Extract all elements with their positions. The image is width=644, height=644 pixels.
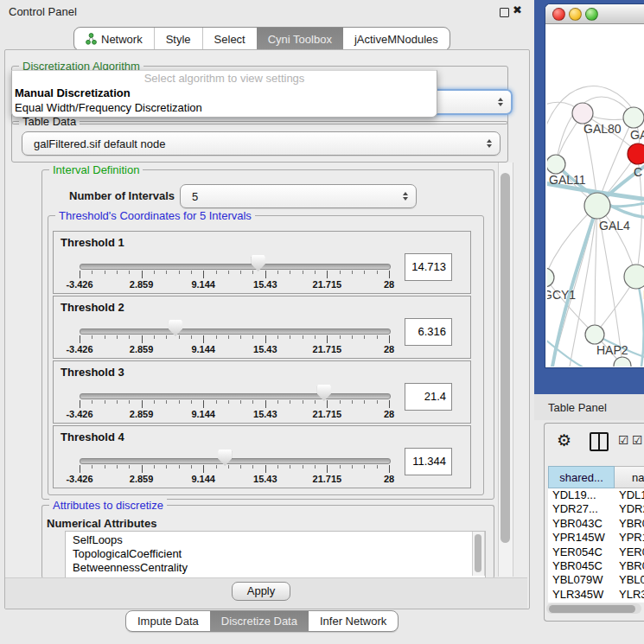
- tab-impute-data[interactable]: Impute Data: [126, 611, 210, 631]
- threshold-2-slider[interactable]: [80, 328, 391, 335]
- node-label: C: [634, 165, 642, 179]
- mac-minimize-button[interactable]: [569, 8, 582, 21]
- algorithm-dropdown-popup: Select algorithm to view settings Manual…: [11, 70, 437, 118]
- table-body: YDL19...YDL1YDR27...YDR2YBR043CYBR0YPR14…: [548, 488, 644, 603]
- list-item[interactable]: TopologicalCoefficient: [66, 547, 485, 561]
- table-row[interactable]: YDL19...YDL1: [548, 488, 644, 502]
- network-node[interactable]: [628, 143, 644, 164]
- table-scrollbar-thumb[interactable]: [549, 605, 635, 613]
- list-item[interactable]: BetweennessCentrality: [66, 561, 485, 575]
- tab-infer-network[interactable]: Infer Network: [309, 611, 398, 631]
- tab-network-label: Network: [101, 33, 143, 46]
- table-data-combobox[interactable]: galFiltered.sif default node: [22, 131, 501, 156]
- apply-button[interactable]: Apply: [232, 582, 290, 601]
- mac-zoom-button[interactable]: [585, 8, 598, 21]
- tab-select[interactable]: Select: [202, 28, 257, 50]
- panel-scrollbar-thumb[interactable]: [501, 173, 510, 543]
- number-of-intervals-label: Number of Intervals: [69, 189, 175, 202]
- number-of-intervals-combobox[interactable]: 5: [180, 184, 417, 208]
- threshold-4-slider[interactable]: [80, 458, 391, 464]
- threshold-1-panel: Threshold 1 -3.4262.8599.14415.4321.7152…: [53, 231, 471, 294]
- node-label: GCY1: [547, 288, 576, 302]
- network-icon: [86, 33, 97, 45]
- tab-cyni-toolbox[interactable]: Cyni Toolbox: [257, 28, 343, 50]
- table-row[interactable]: YDR27...YDR2: [548, 502, 644, 516]
- attributes-group-title: Attributes to discretize: [49, 499, 167, 512]
- numerical-attributes-list: SelfLoops TopologicalCoefficient Between…: [65, 531, 486, 578]
- network-window-titlebar[interactable]: [545, 4, 644, 24]
- algorithm-option-manual[interactable]: Manual Discretization: [12, 86, 437, 100]
- tab-discretize-data[interactable]: Discretize Data: [210, 611, 309, 631]
- network-node[interactable]: [585, 325, 604, 344]
- threshold-2-label: Threshold 2: [61, 301, 124, 314]
- column-header-name[interactable]: na: [615, 466, 644, 488]
- node-label: GAL4: [599, 219, 630, 233]
- combo-arrows-icon: [498, 98, 503, 106]
- close-icon[interactable]: ✖: [513, 3, 522, 16]
- network-view-window: GAL80GACGAL11GAL4GCY1HHAP2: [545, 3, 644, 368]
- threshold-3-panel: Threshold 3 -3.4262.8599.14415.4321.7152…: [53, 360, 471, 424]
- number-of-intervals-value: 5: [181, 190, 403, 203]
- table-row[interactable]: YBR043CYBR0: [548, 517, 644, 531]
- checkbox-icon[interactable]: ☑: [632, 433, 643, 447]
- panel-scrollbar[interactable]: [498, 163, 513, 577]
- mac-close-button[interactable]: [552, 8, 565, 21]
- float-window-icon[interactable]: [500, 8, 509, 17]
- node-label: GAL11: [549, 173, 586, 187]
- network-canvas[interactable]: GAL80GACGAL11GAL4GCY1HHAP2: [547, 24, 644, 367]
- network-node[interactable]: [584, 193, 610, 219]
- table-row[interactable]: YPR145WYPR1: [548, 531, 644, 545]
- attributes-scrollbar-thumb[interactable]: [475, 534, 481, 572]
- tab-jactivemnodules[interactable]: jActiveMNodules: [343, 28, 450, 50]
- combo-arrows-icon: [487, 139, 492, 148]
- table-row[interactable]: YBL079WYBL0: [548, 573, 644, 587]
- threshold-1-label: Threshold 1: [61, 236, 124, 249]
- table-data-value: galFiltered.sif default node: [22, 137, 487, 150]
- column-header-shared-name[interactable]: shared...: [548, 466, 615, 488]
- network-graph: GAL80GACGAL11GAL4GCY1HHAP2: [547, 24, 644, 367]
- network-node[interactable]: [547, 155, 565, 174]
- threshold-3-value-field[interactable]: 21.4: [405, 383, 452, 411]
- threshold-1-slider[interactable]: [80, 264, 391, 270]
- checkbox-icon[interactable]: ☑: [618, 433, 629, 447]
- threshold-3-slider[interactable]: [80, 393, 391, 399]
- node-label: GAL80: [583, 122, 622, 136]
- thresholds-group-title: Threshold's Coordinates for 5 Intervals: [55, 209, 255, 222]
- threshold-4-label: Threshold 4: [61, 430, 124, 443]
- tab-network[interactable]: Network: [74, 28, 154, 50]
- table-row[interactable]: YBR045CYBR0: [548, 559, 644, 573]
- table-panel-titlebar[interactable]: Table Panel: [534, 394, 644, 420]
- attributes-list-scrollbar[interactable]: [472, 532, 485, 576]
- algorithm-placeholder-option[interactable]: Select algorithm to view settings: [12, 71, 437, 86]
- list-item[interactable]: SelfLoops: [66, 532, 485, 547]
- threshold-3-label: Threshold 3: [61, 366, 124, 379]
- threshold-4-panel: Threshold 4 -3.4262.8599.14415.4321.7152…: [53, 425, 471, 488]
- network-node[interactable]: [572, 103, 593, 124]
- table-row[interactable]: YIL052CYIL0: [548, 602, 644, 603]
- table-row[interactable]: YER054CYER0: [548, 545, 644, 559]
- table-panel: ⚙ ☑ ☑ shared... na YDL19...YDL1YDR27...Y…: [544, 423, 644, 622]
- split-table-icon[interactable]: [590, 432, 609, 451]
- control-panel-tabs: Network Style Select Cyni Toolbox jActiv…: [73, 27, 450, 51]
- cyni-bottom-tabs: Impute Data Discretize Data Infer Networ…: [125, 610, 399, 632]
- window-title: Control Panel: [9, 5, 77, 18]
- network-node[interactable]: [623, 107, 644, 128]
- table-panel-title: Table Panel: [548, 401, 607, 414]
- network-node[interactable]: [547, 268, 554, 287]
- threshold-4-value-field[interactable]: 11.344: [405, 448, 452, 475]
- threshold-2-panel: Threshold 2 -3.4262.8599.14415.4321.7152…: [53, 296, 471, 359]
- network-node[interactable]: [624, 265, 644, 289]
- table-row[interactable]: YLR345WYLR3: [548, 588, 644, 602]
- algorithm-option-equal-width[interactable]: Equal Width/Frequency Discretization: [12, 100, 437, 115]
- threshold-2-value-field[interactable]: 6.316: [405, 318, 452, 346]
- node-label: GA: [630, 128, 644, 142]
- gear-icon[interactable]: ⚙: [557, 430, 571, 450]
- combo-arrows-icon: [403, 192, 408, 201]
- interval-definition-title: Interval Definition: [49, 163, 143, 176]
- threshold-1-value-field[interactable]: 14.713: [405, 253, 452, 281]
- tab-style[interactable]: Style: [154, 28, 202, 50]
- table-horizontal-scrollbar[interactable]: [546, 603, 641, 614]
- node-label: HAP2: [596, 343, 628, 357]
- numerical-attributes-label: Numerical Attributes: [47, 517, 156, 530]
